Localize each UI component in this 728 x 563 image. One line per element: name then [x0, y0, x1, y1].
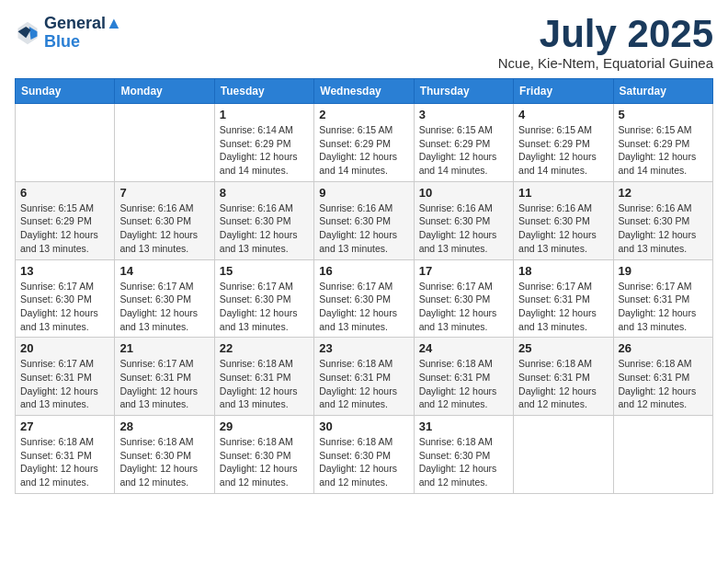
day-info: Sunrise: 6:18 AM Sunset: 6:31 PM Dayligh…	[220, 357, 309, 411]
day-info: Sunrise: 6:15 AM Sunset: 6:29 PM Dayligh…	[619, 123, 708, 178]
calendar-week-row: 13Sunrise: 6:17 AM Sunset: 6:30 PM Dayli…	[16, 259, 713, 338]
day-number: 14	[119, 264, 209, 278]
day-info: Sunrise: 6:16 AM Sunset: 6:30 PM Dayligh…	[119, 201, 209, 256]
calendar-cell: 3Sunrise: 6:15 AM Sunset: 6:29 PM Daylig…	[414, 104, 513, 182]
header-saturday: Saturday	[613, 79, 712, 104]
day-info: Sunrise: 6:18 AM Sunset: 6:31 PM Dayligh…	[20, 435, 109, 489]
day-info: Sunrise: 6:16 AM Sunset: 6:30 PM Dayligh…	[619, 201, 708, 256]
calendar-cell: 29Sunrise: 6:18 AM Sunset: 6:30 PM Dayli…	[214, 416, 313, 494]
header-wednesday: Wednesday	[314, 79, 414, 104]
day-number: 2	[319, 108, 408, 121]
calendar-week-row: 6Sunrise: 6:15 AM Sunset: 6:29 PM Daylig…	[16, 181, 713, 259]
day-info: Sunrise: 6:17 AM Sunset: 6:31 PM Dayligh…	[619, 280, 708, 334]
calendar-week-row: 1Sunrise: 6:14 AM Sunset: 6:29 PM Daylig…	[16, 104, 713, 182]
calendar-cell	[115, 104, 214, 182]
calendar-cell: 25Sunrise: 6:18 AM Sunset: 6:31 PM Dayli…	[514, 338, 613, 416]
day-number: 13	[20, 264, 109, 278]
day-number: 11	[518, 186, 608, 200]
day-number: 22	[220, 341, 309, 355]
calendar-table: Sunday Monday Tuesday Wednesday Thursday…	[15, 78, 713, 494]
day-number: 15	[220, 264, 309, 278]
header-thursday: Thursday	[414, 79, 513, 104]
day-number: 1	[220, 108, 309, 121]
header-monday: Monday	[115, 79, 214, 104]
calendar-week-row: 20Sunrise: 6:17 AM Sunset: 6:31 PM Dayli…	[16, 338, 713, 416]
day-info: Sunrise: 6:18 AM Sunset: 6:31 PM Dayligh…	[619, 357, 708, 411]
calendar-cell: 18Sunrise: 6:17 AM Sunset: 6:31 PM Dayli…	[514, 259, 613, 338]
header-friday: Friday	[514, 79, 613, 104]
day-info: Sunrise: 6:15 AM Sunset: 6:29 PM Dayligh…	[419, 123, 508, 178]
calendar-cell: 16Sunrise: 6:17 AM Sunset: 6:30 PM Dayli…	[314, 259, 414, 338]
logo: General▲ Blue	[15, 15, 122, 52]
day-info: Sunrise: 6:17 AM Sunset: 6:31 PM Dayligh…	[119, 357, 209, 411]
calendar-cell: 28Sunrise: 6:18 AM Sunset: 6:30 PM Dayli…	[115, 416, 214, 494]
day-info: Sunrise: 6:17 AM Sunset: 6:30 PM Dayligh…	[220, 280, 309, 334]
calendar-cell	[613, 416, 712, 494]
calendar-cell: 2Sunrise: 6:15 AM Sunset: 6:29 PM Daylig…	[314, 104, 414, 182]
calendar-cell: 24Sunrise: 6:18 AM Sunset: 6:31 PM Dayli…	[414, 338, 513, 416]
day-info: Sunrise: 6:18 AM Sunset: 6:31 PM Dayligh…	[419, 357, 508, 411]
calendar-cell: 20Sunrise: 6:17 AM Sunset: 6:31 PM Dayli…	[16, 338, 115, 416]
day-number: 27	[20, 419, 109, 433]
calendar-cell	[514, 416, 613, 494]
day-number: 7	[119, 186, 209, 200]
day-number: 12	[619, 186, 708, 200]
day-info: Sunrise: 6:15 AM Sunset: 6:29 PM Dayligh…	[20, 201, 109, 256]
day-info: Sunrise: 6:17 AM Sunset: 6:30 PM Dayligh…	[119, 280, 209, 334]
day-number: 16	[319, 264, 408, 278]
day-number: 28	[119, 419, 209, 433]
calendar-cell: 9Sunrise: 6:16 AM Sunset: 6:30 PM Daylig…	[314, 181, 414, 259]
day-info: Sunrise: 6:16 AM Sunset: 6:30 PM Dayligh…	[319, 201, 408, 256]
day-number: 24	[419, 341, 508, 355]
day-number: 9	[319, 186, 408, 200]
day-info: Sunrise: 6:18 AM Sunset: 6:31 PM Dayligh…	[518, 357, 608, 411]
day-info: Sunrise: 6:16 AM Sunset: 6:30 PM Dayligh…	[220, 201, 309, 256]
day-info: Sunrise: 6:17 AM Sunset: 6:31 PM Dayligh…	[518, 280, 608, 334]
day-info: Sunrise: 6:18 AM Sunset: 6:30 PM Dayligh…	[319, 435, 408, 489]
header-sunday: Sunday	[16, 79, 115, 104]
calendar-cell: 6Sunrise: 6:15 AM Sunset: 6:29 PM Daylig…	[16, 181, 115, 259]
day-info: Sunrise: 6:16 AM Sunset: 6:30 PM Dayligh…	[419, 201, 508, 256]
calendar-cell	[16, 104, 115, 182]
calendar-cell: 11Sunrise: 6:16 AM Sunset: 6:30 PM Dayli…	[514, 181, 613, 259]
day-number: 17	[419, 264, 508, 278]
day-info: Sunrise: 6:17 AM Sunset: 6:30 PM Dayligh…	[419, 280, 508, 334]
day-info: Sunrise: 6:15 AM Sunset: 6:29 PM Dayligh…	[319, 123, 408, 178]
month-title: July 2025	[498, 15, 713, 53]
day-info: Sunrise: 6:18 AM Sunset: 6:30 PM Dayligh…	[119, 435, 209, 489]
day-info: Sunrise: 6:18 AM Sunset: 6:30 PM Dayligh…	[220, 435, 309, 489]
calendar-cell: 5Sunrise: 6:15 AM Sunset: 6:29 PM Daylig…	[613, 104, 712, 182]
day-number: 23	[319, 341, 408, 355]
day-number: 8	[220, 186, 309, 200]
day-number: 10	[419, 186, 508, 200]
day-number: 19	[619, 264, 708, 278]
calendar-week-row: 27Sunrise: 6:18 AM Sunset: 6:31 PM Dayli…	[16, 416, 713, 494]
calendar-cell: 10Sunrise: 6:16 AM Sunset: 6:30 PM Dayli…	[414, 181, 513, 259]
header-tuesday: Tuesday	[214, 79, 313, 104]
calendar-cell: 23Sunrise: 6:18 AM Sunset: 6:31 PM Dayli…	[314, 338, 414, 416]
day-info: Sunrise: 6:17 AM Sunset: 6:30 PM Dayligh…	[20, 280, 109, 334]
day-info: Sunrise: 6:15 AM Sunset: 6:29 PM Dayligh…	[518, 123, 608, 178]
calendar-cell: 19Sunrise: 6:17 AM Sunset: 6:31 PM Dayli…	[613, 259, 712, 338]
calendar-cell: 14Sunrise: 6:17 AM Sunset: 6:30 PM Dayli…	[115, 259, 214, 338]
logo-text: General▲ Blue	[44, 15, 122, 52]
day-info: Sunrise: 6:17 AM Sunset: 6:30 PM Dayligh…	[319, 280, 408, 334]
day-number: 31	[419, 419, 508, 433]
calendar-cell: 17Sunrise: 6:17 AM Sunset: 6:30 PM Dayli…	[414, 259, 513, 338]
calendar-cell: 4Sunrise: 6:15 AM Sunset: 6:29 PM Daylig…	[514, 104, 613, 182]
calendar-cell: 15Sunrise: 6:17 AM Sunset: 6:30 PM Dayli…	[214, 259, 313, 338]
day-number: 26	[619, 341, 708, 355]
day-number: 18	[518, 264, 608, 278]
location-subtitle: Ncue, Kie-Ntem, Equatorial Guinea	[498, 55, 713, 71]
day-number: 25	[518, 341, 608, 355]
day-number: 5	[619, 108, 708, 121]
day-number: 21	[119, 341, 209, 355]
weekday-header-row: Sunday Monday Tuesday Wednesday Thursday…	[16, 79, 713, 104]
day-number: 6	[20, 186, 109, 200]
day-info: Sunrise: 6:18 AM Sunset: 6:30 PM Dayligh…	[419, 435, 508, 489]
logo-icon	[15, 20, 40, 46]
day-info: Sunrise: 6:16 AM Sunset: 6:30 PM Dayligh…	[518, 201, 608, 256]
day-info: Sunrise: 6:17 AM Sunset: 6:31 PM Dayligh…	[20, 357, 109, 411]
calendar-cell: 1Sunrise: 6:14 AM Sunset: 6:29 PM Daylig…	[214, 104, 313, 182]
day-number: 4	[518, 108, 608, 121]
